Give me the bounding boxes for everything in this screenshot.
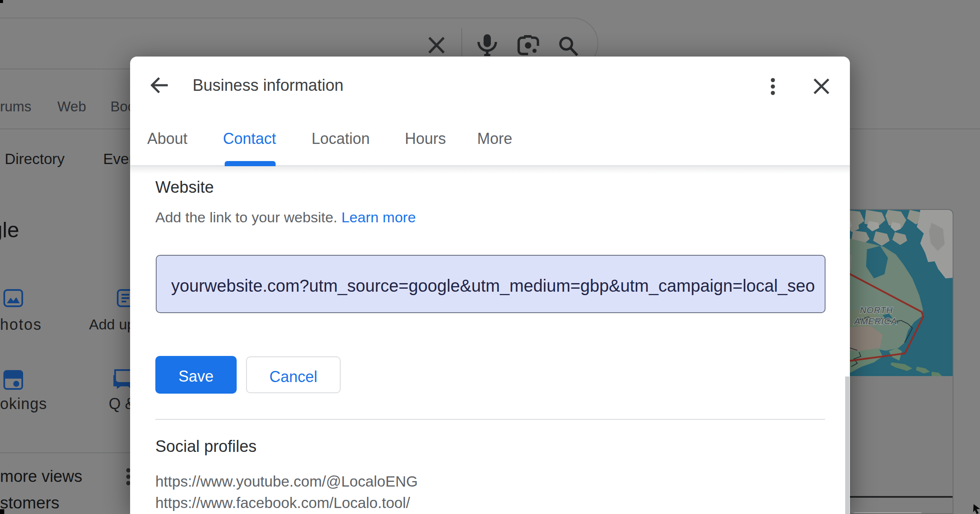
svg-text:NORTH: NORTH [860, 305, 893, 315]
svg-text:AMERICA: AMERICA [854, 317, 897, 326]
